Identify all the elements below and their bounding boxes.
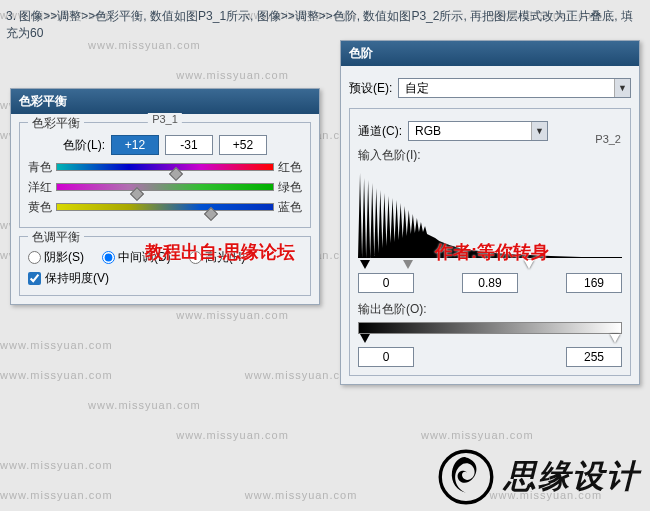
slider-left-0: 青色 [28,159,52,176]
slider-left-1: 洋红 [28,179,52,196]
cb-value-a[interactable] [111,135,159,155]
tone-shadow-radio[interactable]: 阴影(S) [28,249,84,266]
color-balance-title: 色彩平衡 [11,89,319,114]
level-label: 色阶(L): [63,137,105,154]
preset-label: 预设(E): [349,80,392,97]
tone-mid-label: 中间调(D) [118,249,171,266]
black-point-slider[interactable] [360,260,370,269]
cyan-red-slider[interactable] [56,163,274,173]
preserve-luminosity-check[interactable]: 保持明度(V) [28,270,302,287]
slider-right-2: 蓝色 [278,199,302,216]
cb-group-label: 色彩平衡 [28,115,84,132]
gamma-slider[interactable] [403,260,413,269]
output-levels-label: 输出色阶(O): [358,301,622,318]
svg-point-0 [440,451,492,503]
preserve-label: 保持明度(V) [45,270,109,287]
tone-shadow-label: 阴影(S) [44,249,84,266]
slider-right-0: 红色 [278,159,302,176]
brand-logo: 思缘设计 [438,449,640,505]
chevron-down-icon: ▼ [531,122,547,140]
tone-mid-radio[interactable]: 中间调(D) [102,249,171,266]
color-balance-panel: 色彩平衡 色彩平衡 P3_1 色阶(L): 青色 红色 洋红 绿色 黄色 蓝色 … [10,88,320,305]
output-white-field[interactable] [566,347,622,367]
slider-right-1: 绿色 [278,179,302,196]
tone-group-label: 色调平衡 [28,229,84,246]
input-black-field[interactable] [358,273,414,293]
input-gamma-field[interactable] [462,273,518,293]
channel-combo[interactable]: RGB ▼ [408,121,548,141]
channel-label: 通道(C): [358,123,402,140]
preset-combo[interactable]: 自定 ▼ [398,78,631,98]
slider-left-2: 黄色 [28,199,52,216]
input-white-field[interactable] [566,273,622,293]
tone-high-label: 高光(H) [205,249,246,266]
levels-title: 色阶 [341,41,639,66]
channel-value: RGB [409,124,531,138]
tone-balance-group: 色调平衡 阴影(S) 中间调(D) 高光(H) 保持明度(V) [19,236,311,296]
chevron-down-icon: ▼ [614,79,630,97]
brand-text: 思缘设计 [504,455,640,499]
levels-panel: 色阶 预设(E): 自定 ▼ P3_2 通道(C): RGB ▼ 输入色阶(I)… [340,40,640,385]
preset-value: 自定 [399,80,614,97]
tone-high-radio[interactable]: 高光(H) [189,249,246,266]
output-gradient [358,322,622,334]
input-levels-label: 输入色阶(I): [358,147,622,164]
color-balance-group: 色彩平衡 P3_1 色阶(L): 青色 红色 洋红 绿色 黄色 蓝色 [19,122,311,228]
out-black-slider[interactable] [360,334,370,343]
output-slider-track[interactable] [358,334,622,343]
histogram [358,168,622,258]
input-slider-track[interactable] [358,260,622,269]
cb-fig-label: P3_1 [148,113,182,125]
instruction-text: 3. 图像>>调整>>色彩平衡, 数值如图P3_1所示, 图像>>调整>>色阶,… [6,8,644,42]
yellow-blue-slider[interactable] [56,203,274,213]
output-black-field[interactable] [358,347,414,367]
cb-value-b[interactable] [165,135,213,155]
white-point-slider[interactable] [524,260,534,269]
magenta-green-slider[interactable] [56,183,274,193]
swirl-icon [438,449,494,505]
out-white-slider[interactable] [610,334,620,343]
levels-group: 通道(C): RGB ▼ 输入色阶(I): [349,108,631,376]
cb-value-c[interactable] [219,135,267,155]
